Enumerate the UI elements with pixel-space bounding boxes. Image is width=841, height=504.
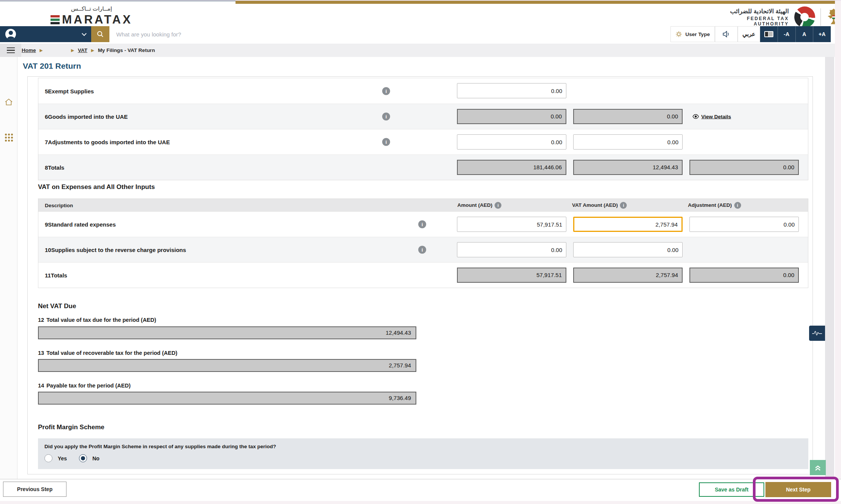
table-row-exempt-supplies: 5Exempt Supplies i — [38, 78, 808, 104]
row-label: Goods imported into the UAE — [48, 113, 128, 120]
user-type-label: User Type — [685, 32, 710, 37]
column-header-vat-amount: VAT Amount (AED)i — [572, 202, 627, 209]
emaratax-logo-arabic: إمــارات تــاكــس — [10, 5, 173, 12]
row-number: 10 — [45, 247, 51, 253]
footer-action-bar: Previous Step Save as Draft Next Step — [0, 479, 841, 501]
home-icon — [4, 98, 13, 106]
accessibility-controls: -A A +A — [760, 26, 831, 42]
sidebar-home-button[interactable] — [0, 98, 17, 106]
info-icon[interactable]: i — [620, 202, 627, 209]
eye-icon — [692, 114, 699, 119]
expenses-table-header: Description Amount (AED)i VAT Amount (AE… — [38, 199, 808, 211]
breadcrumb-arrow-icon: ▶ — [40, 48, 43, 52]
breadcrumb-vat[interactable]: VAT — [78, 47, 87, 53]
row-number: 5 — [45, 88, 48, 94]
breadcrumb-current: My Filings - VAT Return — [98, 47, 155, 53]
language-toggle-button[interactable]: عربي — [738, 26, 760, 42]
profit-margin-options: Yes No — [44, 454, 106, 462]
adjustments-amount-input[interactable] — [457, 134, 566, 150]
federal-tax-authority-logo: الهيئة الاتحادية للضرائب FEDERAL TAX AUT… — [711, 5, 841, 29]
next-step-button[interactable]: Next Step — [765, 482, 831, 497]
info-icon[interactable]: i — [418, 220, 426, 228]
contrast-toggle-button[interactable] — [760, 26, 778, 42]
reverse-charge-amount-input[interactable] — [457, 242, 566, 257]
standard-expenses-vat-input[interactable] — [573, 217, 683, 232]
expenses-totals-vat-field: 2,757.94 — [573, 268, 683, 283]
info-icon[interactable]: i — [495, 202, 501, 209]
left-sidebar — [0, 57, 17, 479]
fta-circular-emblem-icon — [794, 6, 815, 28]
text-to-speech-button[interactable] — [715, 26, 738, 42]
row-number: 11 — [45, 272, 51, 279]
row-label: Adjustments to goods imported into the U… — [48, 139, 170, 145]
radio-no[interactable] — [79, 454, 87, 462]
breadcrumb: Home ▶ ▶ VAT ▶ My Filings - VAT Return — [22, 44, 155, 57]
breadcrumb-arrow-icon: ▶ — [71, 48, 74, 52]
page-title: VAT 201 Return — [23, 61, 81, 71]
scroll-to-top-button[interactable] — [810, 460, 826, 475]
profile-dropdown[interactable] — [0, 26, 91, 42]
user-type-button[interactable]: User Type — [670, 26, 715, 42]
info-icon[interactable]: i — [382, 113, 390, 121]
net-vat-label-recoverable: 13Total value of recoverable tax for the… — [38, 350, 177, 356]
table-row-reverse-charge-supplies: 10Supplies subject to the reverse charge… — [38, 237, 808, 262]
info-icon[interactable]: i — [382, 138, 390, 146]
screenshot-bottom-edge — [0, 501, 841, 504]
expenses-totals-amount-field: 57,917.51 — [457, 268, 566, 283]
row-label: Supplies subject to the reverse charge p… — [51, 247, 186, 253]
gear-icon — [675, 31, 682, 38]
hamburger-icon — [7, 47, 15, 54]
expenses-totals-adjustment-field: 0.00 — [689, 268, 799, 283]
emaratax-logo-text: MARATAX — [62, 13, 132, 27]
standard-expenses-amount-input[interactable] — [457, 217, 566, 232]
row-label: Standard rated expenses — [48, 221, 115, 228]
font-normal-button[interactable]: A — [795, 26, 813, 42]
exempt-supplies-amount-input[interactable] — [457, 83, 566, 98]
breadcrumb-home[interactable]: Home — [22, 47, 36, 53]
fta-arabic-name: الهيئة الاتحادية للضرائب — [711, 8, 789, 15]
net-vat-recoverable-field: 2,757.94 — [38, 359, 416, 372]
goods-imported-amount-field: 0.00 — [457, 109, 566, 124]
row-number: 6 — [45, 113, 48, 120]
menu-toggle-button[interactable] — [0, 44, 21, 57]
signature-side-tab[interactable] — [809, 326, 825, 341]
info-icon[interactable]: i — [382, 87, 390, 95]
standard-expenses-adjustment-input[interactable] — [689, 217, 799, 232]
info-icon[interactable]: i — [418, 246, 426, 254]
search-input[interactable] — [109, 26, 670, 42]
column-header-amount: Amount (AED)i — [457, 202, 501, 209]
radio-yes-label: Yes — [58, 455, 67, 461]
user-avatar-icon — [5, 29, 16, 39]
column-header-adjustment: Adjustment (AED)i — [688, 202, 741, 209]
page-scrollbar[interactable] — [825, 57, 834, 501]
info-icon[interactable]: i — [734, 202, 741, 209]
net-vat-label-payable: 14Payable tax for the period (AED) — [38, 383, 131, 389]
adjustments-vat-input[interactable] — [573, 134, 683, 150]
goods-imported-vat-field: 0.00 — [573, 109, 683, 124]
search-button[interactable] — [91, 26, 109, 42]
net-vat-section-title: Net VAT Due — [38, 302, 76, 310]
row-label: Totals — [48, 164, 64, 171]
double-chevron-up-icon — [814, 464, 822, 471]
header-divider — [820, 8, 821, 26]
font-increase-button[interactable]: +A — [813, 26, 831, 42]
table-row-standard-rated-expenses: 9Standard rated expenses i — [38, 211, 808, 237]
apps-grid-button[interactable] — [5, 134, 13, 142]
save-as-draft-button[interactable]: Save as Draft — [699, 482, 764, 497]
font-decrease-button[interactable]: -A — [778, 26, 795, 42]
totals-amount-field: 181,446.06 — [457, 160, 566, 175]
signature-icon — [812, 330, 822, 336]
emaratax-logo: إمــارات تــاكــس MARATAX — [10, 5, 173, 27]
contrast-icon — [764, 31, 773, 37]
table-row-adjustments-imported: 7Adjustments to goods imported into the … — [38, 129, 808, 154]
table-row-goods-imported: 6Goods imported into the UAE i 0.00 0.00… — [38, 104, 808, 129]
emaratax-vat-return-page: إمــارات تــاكــس MARATAX الهيئة الاتحاد… — [0, 0, 841, 504]
profit-margin-question: Did you apply the Profit Margin Scheme i… — [44, 444, 276, 449]
view-details-link[interactable]: View Details — [692, 114, 731, 120]
emaratax-e-icon — [51, 15, 60, 24]
previous-step-button[interactable]: Previous Step — [3, 482, 66, 497]
radio-yes[interactable] — [44, 454, 52, 462]
column-header-description: Description — [45, 202, 73, 208]
row-label: Exempt Supplies — [48, 88, 94, 94]
reverse-charge-vat-input[interactable] — [573, 242, 683, 257]
